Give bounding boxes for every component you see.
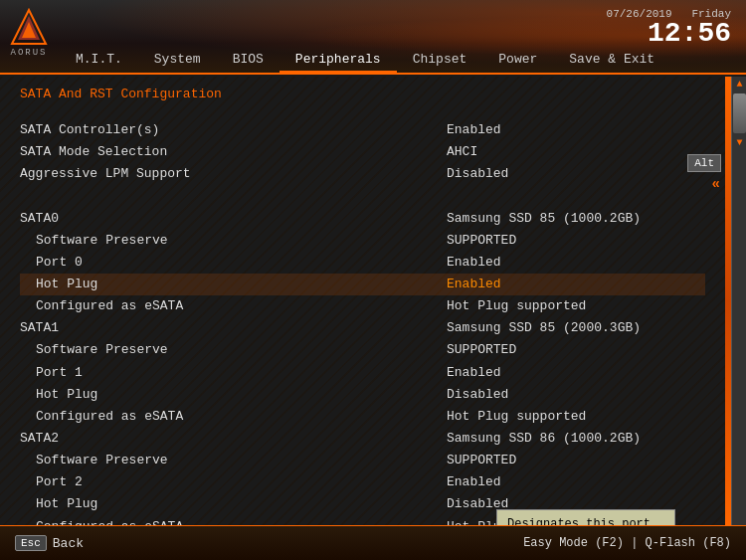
row-key: Port 0: [20, 253, 83, 273]
row-value: Samsung SSD 85 (1000.2GB): [447, 209, 705, 229]
row-value: AHCI: [447, 142, 705, 162]
esc-key-label[interactable]: Esc: [15, 535, 47, 551]
row-key: Hot Plug: [20, 385, 97, 405]
row-value: SUPPORTED: [447, 451, 705, 470]
row-key: Aggressive LPM Support: [20, 164, 191, 184]
row-value: Hot Plug supported: [447, 407, 705, 427]
table-row-highlighted[interactable]: Hot Plug Enabled: [20, 274, 705, 295]
table-row: Software Preserve SUPPORTED: [20, 339, 705, 361]
row-key: Hot Plug: [20, 494, 97, 514]
table-row: SATA1 Samsung SSD 85 (2000.3GB): [20, 317, 705, 339]
table-row: SATA Mode Selection AHCI: [20, 141, 705, 163]
table-row: SATA Controller(s) Enabled: [20, 119, 705, 141]
nav-item-peripherals[interactable]: Peripherals: [280, 48, 397, 73]
row-value: Samsung SSD 86 (1000.2GB): [447, 429, 705, 449]
row-value: Enabled: [447, 253, 705, 273]
row-key: Configured as eSATA: [20, 407, 183, 427]
row-value: Samsung SSD 85 (2000.3GB): [447, 318, 705, 338]
row-key: SATA0: [20, 209, 59, 229]
scrollbar-track[interactable]: ▲ ▼: [731, 77, 746, 525]
datetime: 07/26/2019 Friday 12:56: [607, 8, 731, 48]
row-key: Configured as eSATA: [20, 296, 183, 316]
row-value: Enabled: [447, 120, 705, 140]
row-value: Disabled: [447, 164, 705, 184]
nav-item-bios[interactable]: BIOS: [217, 48, 280, 73]
row-key: SATA Controller(s): [20, 120, 159, 140]
row-key: Hot Plug: [20, 275, 97, 294]
scroll-up-arrow[interactable]: ▲: [732, 77, 746, 92]
nav-bar: M.I.T. System BIOS Peripherals Chipset P…: [60, 43, 627, 73]
row-key: SATA Mode Selection: [20, 142, 167, 162]
table-row: Port 2 Enabled: [20, 471, 705, 493]
nav-item-chipset[interactable]: Chipset: [397, 48, 483, 73]
back-label: Back: [53, 536, 84, 551]
row-key: Software Preserve: [20, 451, 168, 470]
logo-area: AORUS: [10, 8, 48, 58]
bottom-bar: Esc Back Easy Mode (F2) | Q-Flash (F8): [0, 525, 746, 560]
table-row: Aggressive LPM Support Disabled: [20, 163, 705, 185]
row-value: SUPPORTED: [447, 231, 705, 251]
table-row: Configured as eSATA Hot Plug supported: [20, 406, 705, 428]
header: AORUS 07/26/2019 Friday 12:56 M.I.T. Sys…: [0, 0, 746, 75]
table-row: SATA0 Samsung SSD 85 (1000.2GB): [20, 208, 705, 230]
row-value: Enabled: [447, 363, 705, 383]
bottom-shortcuts: Easy Mode (F2) | Q-Flash (F8): [523, 536, 731, 550]
row-key: SATA1: [20, 318, 59, 338]
table-row: SATA2 Samsung SSD 86 (1000.2GB): [20, 428, 705, 450]
row-value: Enabled: [447, 275, 705, 294]
aorus-logo-icon: [10, 8, 48, 46]
nav-item-mit[interactable]: M.I.T.: [60, 48, 138, 73]
nav-item-power[interactable]: Power: [482, 48, 553, 73]
config-table: SATA Controller(s) Enabled SATA Mode Sel…: [20, 119, 705, 525]
nav-item-system[interactable]: System: [138, 48, 217, 73]
row-value: Hot Plug supported: [447, 296, 705, 316]
nav-item-save-exit[interactable]: Save & Exit: [553, 48, 670, 73]
esc-back-button[interactable]: Esc Back: [15, 535, 84, 551]
row-value: Enabled: [447, 472, 705, 492]
row-value: SUPPORTED: [447, 340, 705, 360]
row-key: Software Preserve: [20, 340, 168, 360]
scroll-down-arrow[interactable]: ▼: [732, 135, 746, 150]
table-row: Software Preserve SUPPORTED: [20, 450, 705, 471]
table-row: Port 0 Enabled: [20, 252, 705, 274]
row-key: Configured as eSATA: [20, 517, 183, 525]
table-row: Port 1 Enabled: [20, 362, 705, 384]
table-row: Configured as eSATA Hot Plug supported: [20, 295, 705, 317]
row-key: SATA2: [20, 429, 59, 449]
logo-text: AORUS: [10, 48, 47, 58]
row-key: Software Preserve: [20, 231, 168, 251]
row-key: Port 2: [20, 472, 83, 492]
row-value: Disabled: [447, 385, 705, 405]
table-row: Hot Plug Disabled: [20, 384, 705, 406]
row-key: Port 1: [20, 363, 83, 383]
section-title: SATA And RST Configuration: [20, 87, 705, 101]
scrollbar-thumb[interactable]: [733, 93, 746, 133]
table-row-spacer: [20, 185, 705, 207]
table-row: Software Preserve SUPPORTED: [20, 230, 705, 252]
main-content: SATA And RST Configuration SATA Controll…: [0, 77, 725, 525]
hot-plug-tooltip: Designates this port as Hot Pluggable.: [496, 509, 675, 525]
